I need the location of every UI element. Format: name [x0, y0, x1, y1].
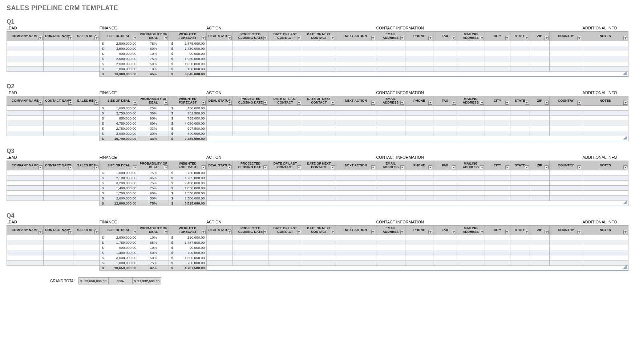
- cell-city[interactable]: [485, 175, 510, 181]
- cell-proj_close[interactable]: [232, 255, 268, 260]
- cell-next_action[interactable]: [336, 56, 376, 61]
- cell-proj_close[interactable]: [232, 106, 268, 111]
- cell-last_contact[interactable]: [268, 186, 302, 191]
- filter-dropdown-icon[interactable]: [371, 101, 375, 105]
- col-header-rep[interactable]: SALES REP: [73, 32, 100, 41]
- cell-phone[interactable]: [405, 175, 433, 181]
- cell-state[interactable]: [510, 235, 530, 240]
- table-row[interactable]: $2,600,000.0010%$260,000.00: [7, 235, 628, 240]
- cell-phone[interactable]: [405, 126, 433, 131]
- cell-state[interactable]: [510, 41, 530, 46]
- cell-email[interactable]: [376, 56, 405, 61]
- filter-dropdown-icon[interactable]: [39, 230, 43, 234]
- col-header-notes[interactable]: NOTES: [582, 96, 628, 106]
- cell-proj_close[interactable]: [232, 181, 268, 186]
- cell-email[interactable]: [376, 41, 405, 46]
- cell-fax[interactable]: [433, 240, 457, 245]
- cell-email[interactable]: [376, 51, 405, 56]
- cell-country[interactable]: [550, 240, 582, 245]
- cell-next_action[interactable]: [336, 255, 376, 260]
- cell-zip[interactable]: [530, 111, 549, 116]
- cell-state[interactable]: [510, 116, 530, 121]
- cell-rep[interactable]: [73, 170, 100, 175]
- col-header-zip[interactable]: ZIP: [530, 161, 549, 170]
- cell-last_contact[interactable]: [268, 191, 302, 196]
- filter-dropdown-icon[interactable]: [525, 101, 529, 105]
- col-header-company[interactable]: COMPANY NAME: [7, 32, 44, 41]
- cell-city[interactable]: [485, 116, 510, 121]
- filter-dropdown-icon[interactable]: [623, 101, 627, 105]
- cell-country[interactable]: [550, 250, 582, 255]
- cell-fax[interactable]: [433, 260, 457, 266]
- cell-prob[interactable]: 85%: [138, 240, 169, 245]
- cell-next_action[interactable]: [336, 126, 376, 131]
- cell-company[interactable]: [7, 170, 44, 175]
- col-header-phone[interactable]: PHONE: [405, 161, 433, 170]
- cell-forecast[interactable]: $700,000.00: [169, 250, 206, 255]
- cell-zip[interactable]: [530, 116, 549, 121]
- cell-size[interactable]: $1,600,000.00: [100, 106, 138, 111]
- cell-proj_close[interactable]: [232, 235, 268, 240]
- cell-status[interactable]: [206, 126, 232, 131]
- cell-forecast[interactable]: $962,500.00: [169, 111, 206, 116]
- cell-size[interactable]: $2,600,000.00: [100, 56, 138, 61]
- cell-last_contact[interactable]: [268, 56, 302, 61]
- filter-dropdown-icon[interactable]: [202, 101, 206, 105]
- col-header-email[interactable]: EMAIL ADDRESS: [376, 161, 405, 170]
- col-header-last_contact[interactable]: DATE OF LAST CONTACT: [268, 32, 302, 41]
- filter-dropdown-icon[interactable]: [525, 230, 529, 234]
- col-header-prob[interactable]: PROBABILITY OF DEAL: [138, 161, 169, 170]
- col-header-prob[interactable]: PROBABILITY OF DEAL: [138, 96, 169, 106]
- cell-email[interactable]: [376, 235, 405, 240]
- col-header-zip[interactable]: ZIP: [530, 96, 549, 106]
- cell-last_contact[interactable]: [268, 46, 302, 51]
- cell-fax[interactable]: [433, 46, 457, 51]
- cell-next_contact[interactable]: [302, 250, 336, 255]
- cell-forecast[interactable]: $1,487,500.00: [169, 240, 206, 245]
- cell-city[interactable]: [485, 181, 510, 186]
- cell-status[interactable]: [206, 245, 232, 250]
- cell-email[interactable]: [376, 131, 405, 136]
- table-row[interactable]: $900,000.0010%$90,000.00: [7, 245, 628, 250]
- cell-email[interactable]: [376, 106, 405, 111]
- cell-fax[interactable]: [433, 51, 457, 56]
- filter-dropdown-icon[interactable]: [164, 101, 168, 105]
- filter-dropdown-icon[interactable]: [505, 36, 509, 40]
- cell-mailing[interactable]: [457, 51, 485, 56]
- cell-notes[interactable]: [582, 181, 628, 186]
- cell-notes[interactable]: [582, 235, 628, 240]
- filter-dropdown-icon[interactable]: [428, 36, 432, 40]
- cell-rep[interactable]: [73, 196, 100, 201]
- cell-zip[interactable]: [530, 175, 549, 181]
- filter-dropdown-icon[interactable]: [577, 230, 581, 234]
- cell-status[interactable]: [206, 46, 232, 51]
- cell-mailing[interactable]: [457, 235, 485, 240]
- col-header-zip[interactable]: ZIP: [530, 32, 549, 41]
- cell-next_contact[interactable]: [302, 116, 336, 121]
- cell-prob[interactable]: 90%: [138, 116, 169, 121]
- cell-rep[interactable]: [73, 240, 100, 245]
- cell-country[interactable]: [550, 116, 582, 121]
- cell-last_contact[interactable]: [268, 106, 302, 111]
- cell-rep[interactable]: [73, 111, 100, 116]
- cell-zip[interactable]: [530, 181, 549, 186]
- col-header-state[interactable]: STATE: [510, 96, 530, 106]
- filter-dropdown-icon[interactable]: [623, 36, 627, 40]
- cell-prob[interactable]: 50%: [138, 61, 169, 66]
- cell-fax[interactable]: [433, 111, 457, 116]
- cell-next_action[interactable]: [336, 235, 376, 240]
- col-header-next_action[interactable]: NEXT ACTION: [336, 161, 376, 170]
- cell-prob[interactable]: 50%: [138, 196, 169, 201]
- cell-mailing[interactable]: [457, 245, 485, 250]
- cell-company[interactable]: [7, 66, 44, 72]
- cell-state[interactable]: [510, 46, 530, 51]
- cell-state[interactable]: [510, 61, 530, 66]
- col-header-proj_close[interactable]: PROJECTED CLOSING DATE: [232, 161, 268, 170]
- table-row[interactable]: $2,000,000.0050%$1,000,000.00: [7, 61, 628, 66]
- cell-state[interactable]: [510, 66, 530, 72]
- cell-fax[interactable]: [433, 191, 457, 196]
- cell-contact[interactable]: [43, 46, 73, 51]
- table-row[interactable]: $2,000,000.0020%$400,000.00: [7, 131, 628, 136]
- filter-dropdown-icon[interactable]: [164, 165, 168, 169]
- cell-next_action[interactable]: [336, 61, 376, 66]
